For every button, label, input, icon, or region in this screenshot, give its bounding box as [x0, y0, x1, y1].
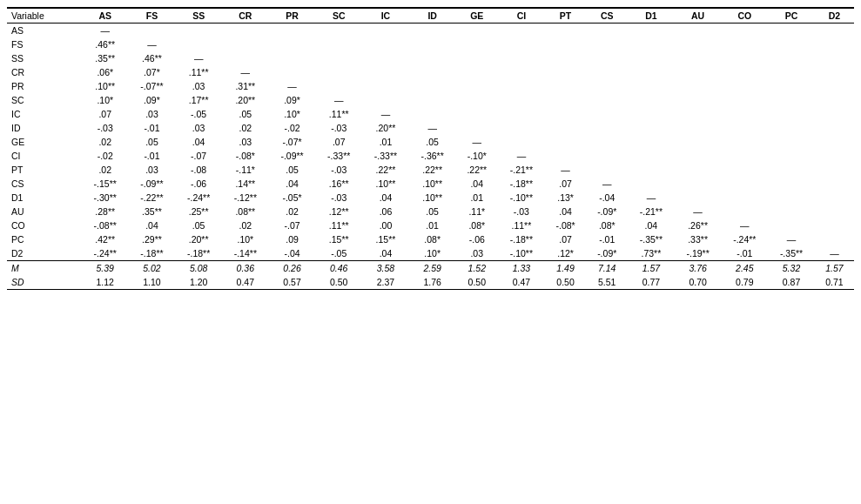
footer-cell-r1-c2: 1.10 [129, 275, 176, 290]
cell-r5-c5: .09* [269, 93, 316, 107]
column-header-ic: IC [362, 8, 409, 24]
cell-r14-c13: .04 [628, 218, 675, 232]
cell-r5-c4: .20** [222, 93, 269, 107]
cell-r4-c10 [498, 79, 545, 93]
cell-r5-c17 [815, 93, 854, 107]
cell-r7-c3: .03 [175, 121, 222, 135]
cell-r12-c6: -.03 [315, 191, 362, 205]
cell-r8-c11 [545, 135, 587, 149]
cell-r14-c4: .02 [222, 218, 269, 232]
cell-r16-c14: -.19** [675, 246, 722, 261]
cell-r6-c4: .05 [222, 107, 269, 121]
cell-r9-c17 [815, 149, 854, 163]
cell-r7-c4: .02 [222, 121, 269, 135]
cell-r1-c14 [675, 37, 722, 51]
cell-r4-c5: — [269, 79, 316, 93]
column-header-pr: PR [269, 8, 316, 24]
cell-r8-c8: .05 [409, 135, 456, 149]
cell-r12-c4: -.12** [222, 191, 269, 205]
cell-r13-c0: AU [7, 205, 82, 218]
cell-r3-c7 [362, 65, 409, 79]
cell-r2-c7 [362, 51, 409, 65]
cell-r8-c14 [675, 135, 722, 149]
table-row: AU.28**.35**.25**.08**.02.12**.06.05.11*… [7, 205, 854, 218]
cell-r2-c0: SS [7, 51, 82, 65]
cell-r2-c15 [721, 51, 768, 65]
footer-cell-r0-c9: 1.52 [456, 261, 499, 276]
cell-r3-c3: .11** [175, 65, 222, 79]
cell-r6-c16 [768, 107, 815, 121]
cell-r3-c2: .07* [129, 65, 176, 79]
footer-cell-r0-c10: 1.33 [498, 261, 545, 276]
cell-r0-c11 [545, 24, 587, 38]
cell-r12-c0: D1 [7, 191, 82, 205]
cell-r11-c14 [675, 177, 722, 191]
cell-r13-c15 [721, 205, 768, 218]
cell-r9-c12 [586, 149, 628, 163]
table-row: D1-.30**-.22**-.24**-.12**-.05*-.03.04.1… [7, 191, 854, 205]
cell-r16-c17: — [815, 246, 854, 261]
column-header-ge: GE [456, 8, 499, 24]
correlation-table: VariableASFSSSCRPRSCICIDGECIPTCSD1AUCOPC… [7, 7, 854, 290]
cell-r4-c17 [815, 79, 854, 93]
cell-r0-c16 [768, 24, 815, 38]
cell-r15-c7: .15** [362, 232, 409, 246]
footer-cell-r0-c17: 1.57 [815, 261, 854, 276]
cell-r9-c0: CI [7, 149, 82, 163]
cell-r15-c15: -.24** [721, 232, 768, 246]
cell-r10-c3: -.08 [175, 163, 222, 177]
table-row: SS.35**.46**— [7, 51, 854, 65]
cell-r3-c12 [586, 65, 628, 79]
cell-r12-c5: -.05* [269, 191, 316, 205]
cell-r15-c3: .20** [175, 232, 222, 246]
cell-r16-c11: .12* [545, 246, 587, 261]
cell-r15-c13: -.35** [628, 232, 675, 246]
cell-r2-c14 [675, 51, 722, 65]
cell-r13-c1: .28** [82, 205, 129, 218]
cell-r7-c10 [498, 121, 545, 135]
column-header-variable: Variable [7, 8, 82, 24]
footer-row-0: M5.395.025.080.360.260.463.582.591.521.3… [7, 261, 854, 276]
cell-r7-c14 [675, 121, 722, 135]
cell-r11-c13 [628, 177, 675, 191]
cell-r8-c2: .05 [129, 135, 176, 149]
cell-r7-c8: — [409, 121, 456, 135]
footer-cell-r1-c11: 0.50 [545, 275, 587, 290]
footer-cell-r0-c2: 5.02 [129, 261, 176, 276]
cell-r14-c9: .08* [456, 218, 499, 232]
column-header-ss: SS [175, 8, 222, 24]
footer-cell-r0-c1: 5.39 [82, 261, 129, 276]
table-row: PT.02.03-.08-.11*.05-.03.22**.22**.22**-… [7, 163, 854, 177]
cell-r7-c7: .20** [362, 121, 409, 135]
cell-r16-c15: -.01 [721, 246, 768, 261]
cell-r11-c9: .04 [456, 177, 499, 191]
cell-r0-c5 [269, 24, 316, 38]
cell-r13-c16 [768, 205, 815, 218]
cell-r2-c16 [768, 51, 815, 65]
cell-r1-c5 [269, 37, 316, 51]
cell-r4-c13 [628, 79, 675, 93]
cell-r5-c10 [498, 93, 545, 107]
cell-r16-c13: .73** [628, 246, 675, 261]
cell-r12-c14 [675, 191, 722, 205]
cell-r5-c12 [586, 93, 628, 107]
cell-r11-c15 [721, 177, 768, 191]
cell-r4-c14 [675, 79, 722, 93]
cell-r10-c13 [628, 163, 675, 177]
cell-r9-c5: -.09** [269, 149, 316, 163]
cell-r3-c10 [498, 65, 545, 79]
cell-r0-c0: AS [7, 24, 82, 38]
cell-r15-c1: .42** [82, 232, 129, 246]
cell-r15-c17 [815, 232, 854, 246]
cell-r15-c5: .09 [269, 232, 316, 246]
cell-r11-c7: .10** [362, 177, 409, 191]
cell-r3-c5 [269, 65, 316, 79]
footer-cell-r0-c11: 1.49 [545, 261, 587, 276]
cell-r6-c2: .03 [129, 107, 176, 121]
cell-r9-c4: -.08* [222, 149, 269, 163]
footer-cell-r0-c0: M [7, 261, 82, 276]
footer-cell-r1-c9: 0.50 [456, 275, 499, 290]
cell-r11-c1: -.15** [82, 177, 129, 191]
cell-r6-c6: .11** [315, 107, 362, 121]
cell-r12-c9: .01 [456, 191, 499, 205]
